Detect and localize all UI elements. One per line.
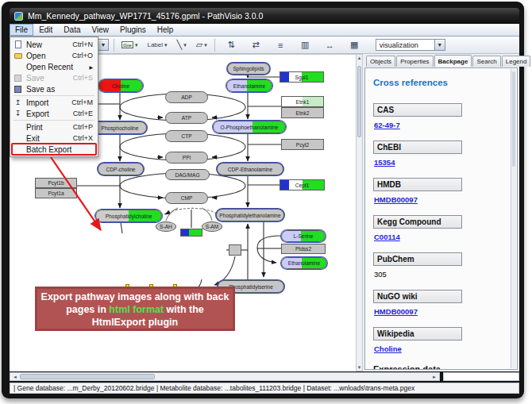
node-label: Ethanolamine [233,83,265,89]
canvas-horizontal-scrollbar[interactable]: ◄ ► [10,372,440,381]
menu-data[interactable]: Data [58,24,86,36]
pathway-node-ethanolamine[interactable]: Ethanolamine [226,79,272,92]
xref-link[interactable]: HMDB00097 [374,307,511,316]
file-menu-item-open-recent[interactable]: Open Recent▶ [10,61,98,72]
tab-backpage[interactable]: Backpage [434,55,472,67]
pathway-node-phosphatidylcholine[interactable]: Phosphatidylcholine [95,210,162,222]
pathway-node-cmp[interactable]: CMP [165,192,208,204]
xref-section-header: NuGO wiki [373,290,462,303]
menu-help[interactable]: Help [152,24,179,36]
file-menu-item-save-as[interactable]: Save as [10,83,98,94]
common-width-button[interactable]: ↔ [323,38,337,52]
common-height-button[interactable]: ▦ [348,38,361,52]
scroll-right-icon[interactable]: ► [430,374,438,380]
side-panel: ObjectsPropertiesBackpageSearchLegend Cr… [363,54,519,371]
menu-plugins[interactable]: Plugins [114,24,152,36]
xref-link[interactable]: 62-49-7 [374,121,511,129]
file-menu-item-open[interactable]: OpenCtrl+O [10,50,98,61]
pathway-node-o-phosphoethanolamine[interactable]: O-Phosphoethanolamine [213,121,286,133]
pathway-node-choline[interactable]: Choline [98,79,143,92]
pathway-node-etnk1[interactable]: Etnk1 [281,96,324,107]
tab-search[interactable]: Search [472,56,500,67]
file-menu-item-import[interactable]: ↥ImportCtrl+M [10,97,98,108]
stack-vertical-button[interactable]: ≡ [274,38,287,52]
xref-section-header: HMDB [373,178,462,191]
menu-view[interactable]: View [86,24,114,36]
menu-item-label: Import [26,98,67,107]
align-horizontal-center-button[interactable]: ⇄ [249,38,263,52]
pathway-node-phosphocholine[interactable]: Phosphocholine [93,121,147,134]
scroll-left-icon[interactable]: ◄ [11,374,19,380]
file-menu-item-exit[interactable]: ExitCtrl+X [10,133,98,144]
pathway-node-pcyt1a[interactable]: Pcyt1a [35,188,77,198]
canvas-vertical-scrollbar[interactable]: ▲ ▼ [356,54,363,371]
scrollbar-thumb[interactable] [357,66,361,137]
node-label: Ptdss2 [295,246,311,252]
chevron-down-icon[interactable]: ▾ [135,42,138,48]
pathway-node[interactable] [180,229,202,237]
line-tool-button[interactable]: ╲▾ [175,38,189,52]
pathway-node-adp[interactable]: ADP [165,91,208,103]
pathway-node-ethanolamine[interactable]: Ethanolamine [281,257,327,269]
pathway-node-cept1[interactable]: Cept1 [279,179,325,190]
pathway-node-ctp[interactable]: CTP [165,130,208,142]
align-vertical-center-button[interactable]: ⇅ [225,38,238,52]
scroll-up-icon[interactable]: ▲ [357,56,362,60]
scrollbar-thumb[interactable] [20,374,155,379]
tab-objects[interactable]: Objects [366,56,395,67]
pathway-node-s-ah[interactable]: S-AH [156,221,176,232]
chevron-down-icon[interactable]: ▾ [183,42,187,48]
annotation-line2: pages in html format with the [37,303,233,316]
stack-horizontal-button[interactable]: ▥ [299,38,312,52]
menu-item-label: Open Recent [26,63,85,71]
annotation-highlight: html format [109,304,164,315]
pathway-node-sgpl1[interactable]: Sgpl1 [279,71,324,83]
xref-link[interactable]: 15354 [374,158,511,167]
scroll-down-icon[interactable]: ▼ [357,365,362,370]
file-menu-item-save[interactable]: SaveCtrl+S [10,72,98,83]
pathway-node-pcyt2[interactable]: Pcyt2 [281,139,324,150]
file-menu-item-export[interactable]: ↧ExportCtrl+E [10,108,98,119]
xref-link[interactable]: HMDB00097 [374,195,511,204]
file-menu-item-new[interactable]: NewCtrl+N [10,39,98,50]
pathway-node-dag-mag[interactable]: DAG/MAG [165,169,210,180]
shape-tool-button[interactable]: ▱▾ [194,38,210,52]
status-text: | Gene database: ...m_Derby_20120602.bri… [13,384,414,392]
pathway-node-ppi[interactable]: PPi [165,152,208,164]
menu-file[interactable]: File [10,24,33,36]
status-bar: | Gene database: ...m_Derby_20120602.bri… [10,383,519,394]
pathway-node-atp[interactable]: ATP [165,112,208,124]
chevron-down-icon[interactable]: ▾ [164,42,168,48]
pathway-node-s-am[interactable]: S-AM [202,221,222,232]
file-menu-item-batch-export[interactable]: Batch Export [10,144,98,155]
node-label: O-Phosphoethanolamine [221,125,279,130]
xref-link[interactable]: Choline [374,344,511,353]
pathway-node-l-serine[interactable]: L-Serine [281,230,326,242]
node-label: Phosphatidylethanolamine [219,213,280,218]
chevron-down-icon[interactable]: ▾ [204,42,207,48]
pathway-node[interactable] [229,244,241,256]
file-menu-item-print[interactable]: PrintCtrl+P [10,121,98,133]
pathway-node-cdp-choline[interactable]: CDP-choline [98,163,144,175]
xref-link[interactable]: C00114 [374,233,511,241]
chevron-down-icon[interactable]: ▼ [434,40,445,50]
tab-properties[interactable]: Properties [396,56,433,67]
pathway-node-pcyt1b[interactable]: Pcyt1b [35,178,77,188]
annotation-line3: HtmlExport plugin [37,316,233,329]
pathway-node-ptdss2[interactable]: Ptdss2 [281,244,326,254]
pathway-node-phosphatidylethanolamine[interactable]: Phosphatidylethanolamine [216,209,284,221]
add-gene-datanode-button[interactable]: Gne▾ [119,38,141,52]
menu-edit[interactable]: Edit [33,24,58,36]
pathway-node-sphingolipids[interactable]: Sphingolipids [227,63,270,75]
title-bar[interactable]: Mm_Kennedy_pathway_WP1771_45176.gpml - P… [10,8,519,24]
panel-vertical-scrollbar[interactable] [511,69,516,368]
visualization-select[interactable]: visualization ▼ [376,39,445,51]
menu-item-label: Save as [26,85,89,94]
scrollbar-thumb[interactable] [512,71,515,167]
tab-legend[interactable]: Legend [502,56,531,67]
add-label-button[interactable]: Label▾ [145,38,169,52]
node-label: Ethanolamine [288,260,320,266]
pathway-node-etnk2[interactable]: Etnk2 [281,107,324,118]
pathway-node-cdp-ethanolamine[interactable]: CDP-Ethanolamine [217,163,283,175]
chevron-down-icon[interactable]: ▼ [98,40,108,50]
